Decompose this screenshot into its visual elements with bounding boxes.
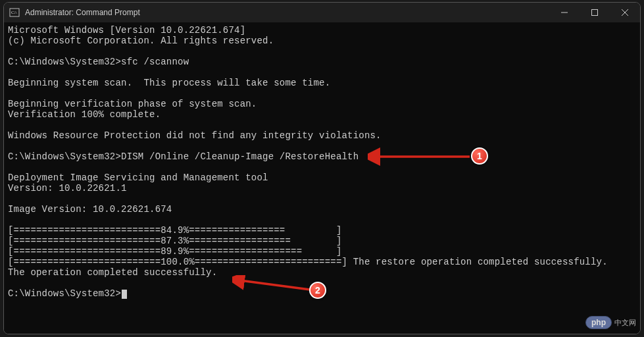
cursor bbox=[122, 290, 127, 299]
maximize-button[interactable] bbox=[580, 3, 610, 22]
close-button[interactable] bbox=[610, 3, 640, 22]
cmd-icon: C:\ bbox=[9, 7, 20, 18]
cmd-window: C:\ Administrator: Command Prompt Micros… bbox=[3, 2, 641, 334]
svg-text:C:\: C:\ bbox=[11, 10, 17, 15]
titlebar[interactable]: C:\ Administrator: Command Prompt bbox=[4, 3, 640, 22]
watermark-text: 中文网 bbox=[614, 318, 636, 328]
window-controls bbox=[549, 3, 640, 22]
minimize-button[interactable] bbox=[549, 3, 580, 22]
watermark: php 中文网 bbox=[585, 316, 636, 329]
svg-rect-3 bbox=[592, 10, 598, 16]
window-title: Administrator: Command Prompt bbox=[25, 8, 549, 17]
watermark-pill: php bbox=[585, 316, 612, 329]
terminal-output[interactable]: Microsoft Windows [Version 10.0.22621.67… bbox=[4, 22, 640, 334]
